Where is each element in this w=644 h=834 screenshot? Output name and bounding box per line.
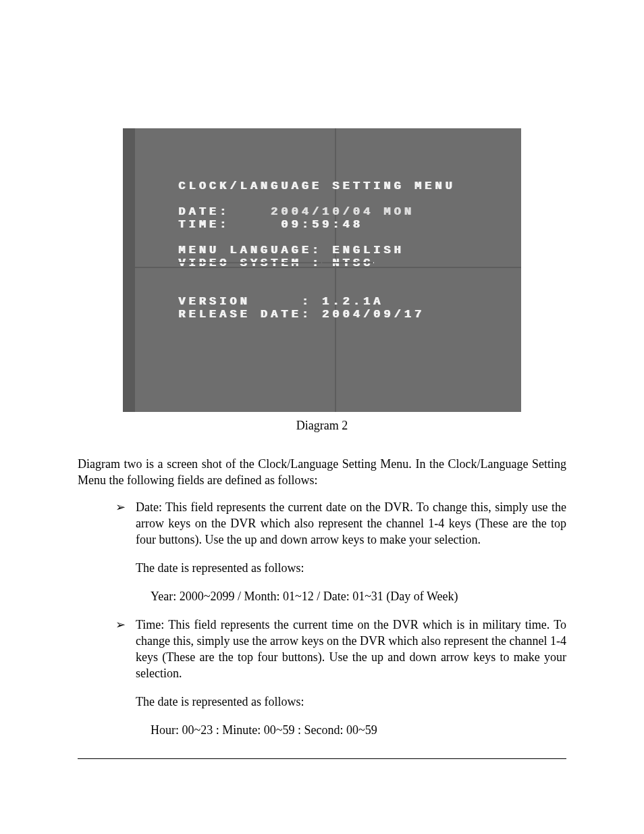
figure-caption: Diagram 2 bbox=[78, 419, 566, 433]
date-description: Date: This field represents the current … bbox=[136, 500, 566, 546]
time-sub-heading: The date is represented as follows: bbox=[136, 694, 566, 710]
dvr-screenshot: CLOCK/LANGUAGE SETTING MENU DATE: 2004/1… bbox=[123, 128, 521, 412]
page-footer-rule bbox=[78, 758, 566, 759]
osd-reldate-value: 2004/09/17 bbox=[322, 308, 425, 321]
osd-date-value: 2004/10/04 MON bbox=[271, 205, 414, 218]
osd-menulang-label: MENU LANGUAGE: bbox=[178, 244, 322, 257]
osd-time-label: TIME: bbox=[178, 218, 230, 231]
time-format-line: Hour: 00~23 : Minute: 00~59 : Second: 00… bbox=[151, 722, 566, 738]
osd-reldate-label: RELEASE DATE: bbox=[178, 308, 312, 321]
osd-title: CLOCK/LANGUAGE SETTING MENU bbox=[178, 180, 455, 192]
list-item-date: Date: This field represents the current … bbox=[118, 499, 566, 604]
osd-date-label: DATE: bbox=[178, 205, 230, 218]
manual-page: CLOCK/LANGUAGE SETTING MENU DATE: 2004/1… bbox=[0, 0, 644, 834]
osd-time-value: 09:59:48 bbox=[281, 218, 363, 231]
osd-version-label: VERSION : bbox=[178, 295, 312, 308]
time-description: Time: This field represents the current … bbox=[136, 618, 566, 680]
list-item-time: Time: This field represents the current … bbox=[118, 617, 566, 738]
osd-menulang-value: ENGLISH bbox=[332, 244, 404, 257]
osd-videosys-value: NTSC bbox=[332, 257, 373, 269]
diagram-figure: CLOCK/LANGUAGE SETTING MENU DATE: 2004/1… bbox=[123, 128, 521, 412]
intro-paragraph: Diagram two is a screen shot of the Cloc… bbox=[78, 456, 566, 488]
date-format-line: Year: 2000~2099 / Month: 01~12 / Date: 0… bbox=[151, 588, 566, 604]
osd-videosys-label: VIDEO SYSTEM : bbox=[178, 257, 322, 269]
field-definitions-list: Date: This field represents the current … bbox=[78, 499, 566, 738]
date-sub-heading: The date is represented as follows: bbox=[136, 560, 566, 576]
osd-version-value: 1.2.1A bbox=[322, 295, 383, 308]
